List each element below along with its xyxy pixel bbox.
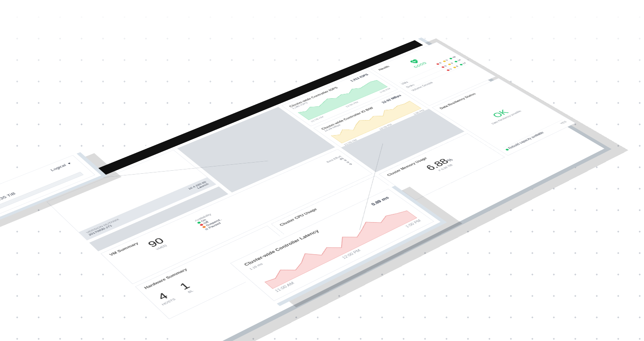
- resiliency-status: OK: [466, 97, 535, 130]
- chevron-down-icon: ▾: [65, 161, 72, 165]
- storage-dropdown-label: Logical: [50, 163, 67, 172]
- rebuild-value: YES: [559, 120, 567, 124]
